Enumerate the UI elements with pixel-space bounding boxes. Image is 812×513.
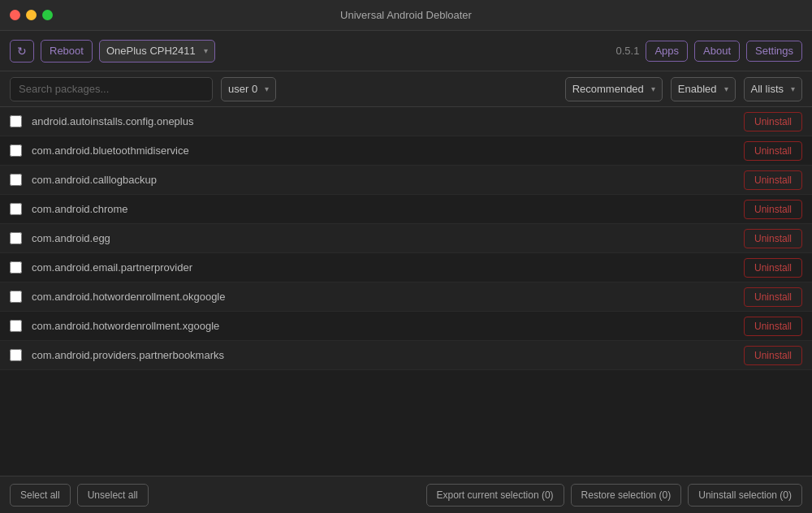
package-name: com.android.providers.partnerbookmarks <box>32 349 744 361</box>
package-name: com.android.chrome <box>32 203 744 215</box>
package-checkbox[interactable] <box>10 174 22 186</box>
package-checkbox[interactable] <box>10 291 22 303</box>
package-name: com.android.egg <box>32 232 744 244</box>
list-filter[interactable]: All lists ▾ <box>744 77 802 101</box>
apps-button[interactable]: Apps <box>646 41 688 62</box>
reboot-button[interactable]: Reboot <box>41 40 93 63</box>
table-row: com.android.providers.partnerbookmarksUn… <box>0 341 812 370</box>
package-name: com.android.bluetoothmidiservice <box>32 144 744 157</box>
package-checkbox[interactable] <box>10 320 22 332</box>
table-row: com.android.eggUninstall <box>0 224 812 253</box>
toolbar: ↻ Reboot OnePlus CPH2411 ▾ 0.5.1 Apps Ab… <box>0 31 812 71</box>
filter-bar: user 0 ▾ Recommended ▾ Enabled ▾ All lis… <box>0 71 812 107</box>
package-checkbox[interactable] <box>10 203 22 215</box>
close-button[interactable] <box>10 10 20 20</box>
user-filter-value: user 0 <box>228 83 257 95</box>
empty-area <box>0 370 812 476</box>
user-filter[interactable]: user 0 ▾ <box>221 77 276 101</box>
enabled-filter[interactable]: Enabled ▾ <box>671 77 736 101</box>
table-row: com.android.hotwordenrollment.okgoogleUn… <box>0 282 812 312</box>
device-selector[interactable]: OnePlus CPH2411 ▾ <box>99 40 215 63</box>
refresh-button[interactable]: ↻ <box>10 40 34 63</box>
table-row: com.android.calllogbackupUninstall <box>0 166 812 195</box>
bottom-right: Export current selection (0) Restore sel… <box>426 484 803 507</box>
uninstall-button[interactable]: Uninstall <box>744 112 802 131</box>
uninstall-button[interactable]: Uninstall <box>744 287 802 307</box>
export-button[interactable]: Export current selection (0) <box>426 484 564 507</box>
table-row: com.android.hotwordenrollment.xgoogleUni… <box>0 312 812 341</box>
recommended-filter-value: Recommended <box>572 83 644 95</box>
window-controls <box>10 10 53 20</box>
toolbar-left: ↻ Reboot OnePlus CPH2411 ▾ <box>10 40 607 63</box>
uninstall-button[interactable]: Uninstall <box>744 258 802 278</box>
bottom-bar: Select all Unselect all Export current s… <box>0 476 812 513</box>
user-filter-chevron-icon: ▾ <box>265 84 269 93</box>
recommended-chevron-icon: ▾ <box>651 84 655 93</box>
recommended-filter[interactable]: Recommended ▾ <box>565 77 663 101</box>
maximize-button[interactable] <box>42 10 53 20</box>
device-chevron-icon: ▾ <box>204 46 208 55</box>
list-filter-value: All lists <box>751 83 784 95</box>
uninstall-button[interactable]: Uninstall <box>744 317 802 336</box>
title-bar: Universal Android Debloater <box>0 0 812 31</box>
app-title: Universal Android Debloater <box>340 9 472 21</box>
package-checkbox[interactable] <box>10 232 22 244</box>
device-label: OnePlus CPH2411 <box>106 45 196 57</box>
select-all-button[interactable]: Select all <box>10 484 71 507</box>
package-name: com.android.calllogbackup <box>32 174 744 186</box>
list-chevron-icon: ▾ <box>791 84 795 93</box>
uninstall-button[interactable]: Uninstall <box>744 346 802 365</box>
unselect-all-button[interactable]: Unselect all <box>77 484 149 507</box>
uninstall-button[interactable]: Uninstall <box>744 200 802 219</box>
package-checkbox[interactable] <box>10 144 22 157</box>
table-row: com.android.email.partnerproviderUninsta… <box>0 253 812 282</box>
package-list: android.autoinstalls.config.oneplusUnins… <box>0 107 812 370</box>
minimize-button[interactable] <box>26 10 37 20</box>
restore-button[interactable]: Restore selection (0) <box>571 484 682 507</box>
package-name: com.android.email.partnerprovider <box>32 261 744 274</box>
package-checkbox[interactable] <box>10 261 22 274</box>
uninstall-button[interactable]: Uninstall <box>744 170 802 190</box>
enabled-chevron-icon: ▾ <box>724 84 728 93</box>
package-name: com.android.hotwordenrollment.xgoogle <box>32 320 744 332</box>
table-row: android.autoinstalls.config.oneplusUnins… <box>0 107 812 136</box>
uninstall-selection-button[interactable]: Uninstall selection (0) <box>688 484 802 507</box>
toolbar-right: 0.5.1 Apps About Settings <box>615 41 802 62</box>
package-checkbox[interactable] <box>10 349 22 361</box>
refresh-icon: ↻ <box>17 45 27 58</box>
uninstall-button[interactable]: Uninstall <box>744 229 802 248</box>
uninstall-button[interactable]: Uninstall <box>744 141 802 161</box>
search-input[interactable] <box>10 77 213 101</box>
package-checkbox[interactable] <box>10 115 22 127</box>
package-name: android.autoinstalls.config.oneplus <box>32 115 744 127</box>
table-row: com.android.chromeUninstall <box>0 195 812 224</box>
package-name: com.android.hotwordenrollment.okgoogle <box>32 291 744 303</box>
settings-button[interactable]: Settings <box>746 41 802 62</box>
enabled-filter-value: Enabled <box>678 83 717 95</box>
table-row: com.android.bluetoothmidiserviceUninstal… <box>0 136 812 166</box>
version-label: 0.5.1 <box>615 45 639 57</box>
about-button[interactable]: About <box>694 41 740 62</box>
